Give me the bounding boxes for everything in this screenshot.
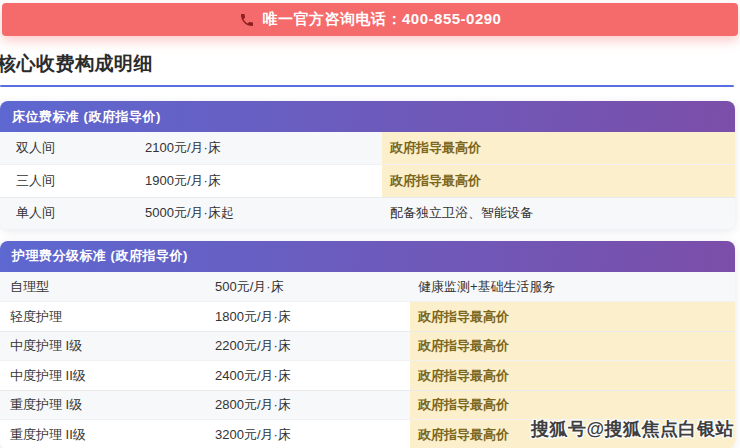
table-row: 中度护理 I级 2200元/月·床 政府指导最高价 (0, 331, 735, 361)
table-row: 重度护理 I级 2800元/月·床 政府指导最高价 (0, 390, 735, 420)
page: 唯一官方咨询电话：400-855-0290 核心收费构成明细 床位费标准 (政府… (0, 0, 740, 448)
table-row: 轻度护理 1800元/月·床 政府指导最高价 (0, 301, 735, 331)
bed-fee-table: 床位费标准 (政府指导价) 双人间 2100元/月·床 政府指导最高价 三人间 … (0, 101, 735, 229)
row-note: 政府指导最高价 (382, 132, 735, 164)
phone-icon (239, 12, 255, 28)
row-label: 中度护理 I级 (0, 332, 215, 361)
phone-label: 唯一官方咨询电话： (263, 10, 403, 27)
row-note: 政府指导最高价 (410, 302, 735, 331)
row-note: 健康监测+基础生活服务 (410, 272, 735, 302)
row-label: 三人间 (0, 165, 145, 196)
table-row: 自理型 500元/月·床 健康监测+基础生活服务 (0, 272, 735, 302)
row-note: 配备独立卫浴、智能设备 (382, 198, 735, 229)
phone-banner[interactable]: 唯一官方咨询电话：400-855-0290 (2, 3, 738, 36)
nursing-fee-table-rows: 自理型 500元/月·床 健康监测+基础生活服务 轻度护理 1800元/月·床 … (0, 272, 735, 448)
row-price: 3200元/月·床 (215, 420, 410, 448)
row-price: 2200元/月·床 (215, 332, 410, 361)
nursing-fee-table: 护理费分级标准 (政府指导价) 自理型 500元/月·床 健康监测+基础生活服务… (0, 241, 735, 448)
row-label: 重度护理 I级 (0, 391, 215, 420)
row-label: 自理型 (0, 272, 215, 302)
table-row: 重度护理 II级 3200元/月·床 政府指导最高价 (0, 419, 735, 448)
row-price: 2800元/月·床 (215, 391, 410, 420)
row-label: 双人间 (0, 132, 145, 164)
table-row: 单人间 5000元/月·床起 配备独立卫浴、智能设备 (0, 197, 735, 229)
bed-fee-table-rows: 双人间 2100元/月·床 政府指导最高价 三人间 1900元/月·床 政府指导… (0, 132, 735, 229)
row-note: 政府指导最高价 (382, 165, 735, 196)
phone-banner-text: 唯一官方咨询电话：400-855-0290 (263, 10, 502, 29)
row-note: 政府指导最高价 (410, 391, 735, 420)
row-price: 1800元/月·床 (215, 302, 410, 331)
table-row: 三人间 1900元/月·床 政府指导最高价 (0, 164, 735, 196)
row-note: 政府指导最高价 (410, 420, 735, 448)
row-note: 政府指导最高价 (410, 361, 735, 390)
row-label: 重度护理 II级 (0, 420, 215, 448)
row-price: 2100元/月·床 (145, 132, 382, 164)
page-title: 核心收费构成明细 (0, 53, 740, 75)
row-label: 单人间 (0, 198, 145, 229)
row-price: 1900元/月·床 (145, 165, 382, 196)
phone-number: 400-855-0290 (402, 10, 501, 27)
table-row: 中度护理 II级 2400元/月·床 政府指导最高价 (0, 360, 735, 390)
nursing-fee-table-header: 护理费分级标准 (政府指导价) (0, 241, 735, 272)
row-price: 5000元/月·床起 (145, 198, 382, 229)
title-underline (0, 85, 734, 87)
row-label: 轻度护理 (0, 302, 215, 331)
row-price: 500元/月·床 (215, 272, 410, 302)
table-row: 双人间 2100元/月·床 政府指导最高价 (0, 132, 735, 164)
bed-fee-table-header: 床位费标准 (政府指导价) (0, 101, 735, 132)
row-price: 2400元/月·床 (215, 361, 410, 390)
row-note: 政府指导最高价 (410, 332, 735, 361)
row-label: 中度护理 II级 (0, 361, 215, 390)
